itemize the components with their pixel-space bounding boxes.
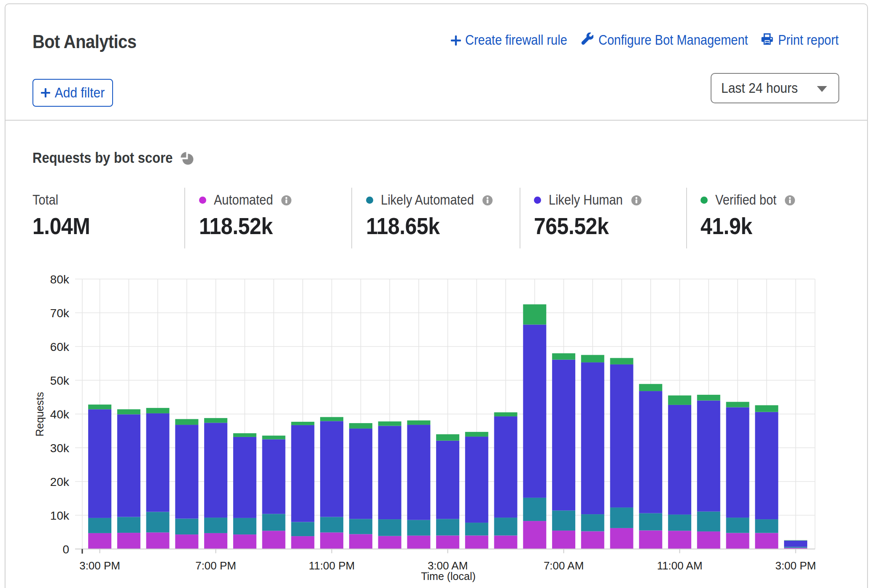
svg-text:Time (local): Time (local) <box>421 570 476 582</box>
svg-text:70k: 70k <box>50 307 70 320</box>
svg-text:3:00 AM: 3:00 AM <box>428 559 468 572</box>
svg-text:30k: 30k <box>50 442 70 455</box>
svg-text:20k: 20k <box>50 475 70 488</box>
svg-text:3:00 PM: 3:00 PM <box>79 559 120 572</box>
svg-text:40k: 40k <box>50 408 70 421</box>
svg-text:10k: 10k <box>50 509 70 522</box>
svg-text:80k: 80k <box>50 273 70 286</box>
svg-text:0: 0 <box>62 543 69 556</box>
svg-text:Requests: Requests <box>34 392 46 437</box>
svg-text:50k: 50k <box>50 374 70 387</box>
svg-text:3:00 PM: 3:00 PM <box>775 559 816 572</box>
svg-text:60k: 60k <box>50 340 70 353</box>
svg-text:11:00 AM: 11:00 AM <box>657 559 703 572</box>
svg-text:7:00 PM: 7:00 PM <box>195 559 236 572</box>
svg-text:11:00 PM: 11:00 PM <box>309 559 355 572</box>
svg-text:7:00 AM: 7:00 AM <box>544 559 584 572</box>
